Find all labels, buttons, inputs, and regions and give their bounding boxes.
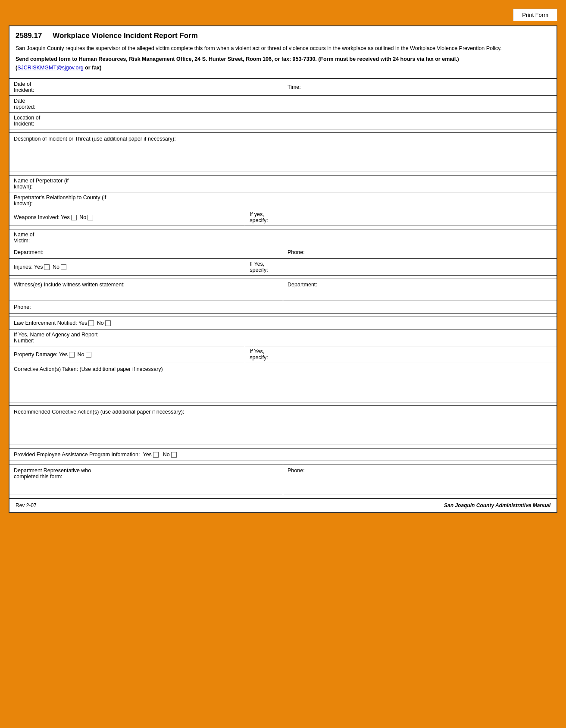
property-damage-no-label: No bbox=[78, 351, 84, 358]
property-no-checkbox[interactable] bbox=[86, 352, 91, 358]
perpetrator-rel-input[interactable] bbox=[107, 198, 552, 204]
witness-dept-label: Department: bbox=[288, 282, 317, 288]
eap-cell: Provided Employee Assistance Program Inf… bbox=[9, 449, 557, 461]
date-reported-input[interactable] bbox=[46, 101, 552, 107]
agency-input[interactable] bbox=[103, 335, 552, 341]
perpetrator-name-input[interactable] bbox=[80, 181, 552, 187]
date-time-row: Date of Incident: Time: bbox=[9, 79, 557, 96]
corrective-action-row: Corrective Action(s) Taken: (Use additio… bbox=[9, 363, 557, 402]
witness-phone-input[interactable] bbox=[31, 304, 552, 310]
property-specify-input[interactable] bbox=[281, 351, 552, 358]
phone-cell: Phone: bbox=[283, 246, 557, 258]
property-yes-checkbox[interactable] bbox=[69, 352, 75, 358]
dept-rep-phone-label: Phone: bbox=[288, 468, 305, 474]
witness-label: Witness(es) Include witness written stat… bbox=[14, 282, 125, 288]
property-damage-row: Property Damage: Yes No If Yes, specify: bbox=[9, 346, 557, 363]
dept-rep-phone-input[interactable] bbox=[305, 468, 552, 474]
time-input[interactable] bbox=[301, 84, 552, 90]
print-form-button[interactable]: Print Form bbox=[513, 9, 557, 21]
date-incident-cell: Date of Incident: bbox=[9, 79, 283, 95]
weapons-specify-cell: If yes, specify: bbox=[245, 209, 557, 226]
location-input[interactable] bbox=[58, 118, 552, 124]
witness-phone-cell: Phone: bbox=[9, 301, 557, 313]
description-row: Description of Incident or Threat (use a… bbox=[9, 133, 557, 172]
weapons-no-label: No bbox=[79, 214, 86, 220]
form-footer: Rev 2-07 San Joaquin County Administrati… bbox=[9, 499, 557, 512]
weapons-yes-checkbox[interactable] bbox=[71, 215, 77, 220]
phone-label: Phone: bbox=[288, 249, 305, 255]
injuries-yes-checkbox[interactable] bbox=[44, 264, 50, 270]
spacer-4 bbox=[9, 276, 557, 279]
victim-name-row: Name of Victim: bbox=[9, 229, 557, 246]
form-header: 2589.17 Workplace Violence Incident Repo… bbox=[9, 26, 557, 78]
spacer-5 bbox=[9, 314, 557, 317]
witness-row: Witness(es) Include witness written stat… bbox=[9, 279, 557, 301]
law-enforcement-cell: Law Enforcement Notified: Yes No bbox=[9, 317, 557, 329]
location-label: Location of Incident: bbox=[14, 115, 58, 127]
injuries-specify-label: If Yes, specify: bbox=[250, 261, 281, 273]
spacer-1 bbox=[9, 129, 557, 133]
property-damage-label: Property Damage: Yes bbox=[14, 351, 68, 358]
property-specify-cell: If Yes, specify: bbox=[245, 346, 557, 363]
weapons-row: Weapons Involved: Yes No If yes, specify… bbox=[9, 209, 557, 226]
date-incident-input[interactable] bbox=[48, 84, 278, 90]
weapons-cell: Weapons Involved: Yes No bbox=[9, 209, 245, 226]
phone-input[interactable] bbox=[305, 249, 552, 255]
perpetrator-rel-cell: Perpetrator's Relationship to County (if… bbox=[9, 192, 557, 209]
eap-label: Provided Employee Assistance Program Inf… bbox=[14, 452, 140, 458]
injuries-cell: Injuries: Yes No bbox=[9, 259, 245, 275]
location-row: Location of Incident: bbox=[9, 113, 557, 129]
time-cell: Time: bbox=[283, 79, 557, 95]
property-damage-cell: Property Damage: Yes No bbox=[9, 346, 245, 363]
eap-yes-label: Yes bbox=[143, 452, 151, 458]
dept-rep-phone-cell: Phone: bbox=[283, 464, 557, 495]
injuries-label: Injuries: Yes bbox=[14, 264, 43, 270]
dept-label: Department: bbox=[14, 249, 44, 255]
intro-bold-text: Send completed form to Human Resources, … bbox=[16, 56, 459, 62]
injuries-specify-input[interactable] bbox=[281, 264, 552, 270]
eap-no-checkbox[interactable] bbox=[171, 452, 177, 458]
date-reported-cell: Date reported: bbox=[9, 96, 557, 112]
email-link[interactable]: SJCRISKMGMT@sjgov.org bbox=[17, 65, 83, 71]
form-title-text: Workplace Violence Incident Report Form bbox=[53, 31, 198, 40]
property-specify-label: If Yes, specify: bbox=[250, 348, 281, 361]
injuries-specify-cell: If Yes, specify: bbox=[245, 259, 557, 275]
spacer-7 bbox=[9, 445, 557, 449]
witness-dept-input[interactable] bbox=[317, 282, 552, 288]
injuries-no-label: No bbox=[53, 264, 59, 270]
witness-cell: Witness(es) Include witness written stat… bbox=[9, 279, 283, 301]
weapons-specify-input[interactable] bbox=[280, 214, 552, 220]
location-cell: Location of Incident: bbox=[9, 113, 557, 129]
victim-name-input[interactable] bbox=[49, 235, 552, 241]
recommended-action-label: Recommended Corrective Action(s) (use ad… bbox=[14, 409, 184, 415]
eap-row: Provided Employee Assistance Program Inf… bbox=[9, 449, 557, 461]
law-enforcement-row: Law Enforcement Notified: Yes No bbox=[9, 317, 557, 329]
perpetrator-name-cell: Name of Perpetrator (if known): bbox=[9, 176, 557, 192]
recommended-action-cell: Recommended Corrective Action(s) (use ad… bbox=[9, 406, 557, 445]
law-enforcement-no-label: No bbox=[97, 320, 104, 326]
form-title: 2589.17 Workplace Violence Incident Repo… bbox=[16, 31, 550, 40]
law-enforcement-no-checkbox[interactable] bbox=[105, 320, 111, 326]
witness-phone-label: Phone: bbox=[14, 304, 31, 310]
manual-label: San Joaquin County Administrative Manual bbox=[444, 502, 550, 508]
perpetrator-rel-label: Perpetrator's Relationship to County (if… bbox=[14, 195, 107, 207]
corrective-action-label: Corrective Action(s) Taken: (Use additio… bbox=[14, 366, 163, 372]
description-label: Description of Incident or Threat (use a… bbox=[14, 136, 176, 142]
injuries-no-checkbox[interactable] bbox=[61, 264, 66, 270]
eap-yes-checkbox[interactable] bbox=[153, 452, 159, 458]
law-enforcement-label: Law Enforcement Notified: Yes bbox=[14, 320, 87, 326]
spacer-2 bbox=[9, 172, 557, 176]
intro-end: or fax) bbox=[84, 65, 102, 71]
victim-name-cell: Name of Victim: bbox=[9, 229, 557, 246]
law-enforcement-yes-checkbox[interactable] bbox=[88, 320, 94, 326]
intro-paragraph1: San Joaquin County requires the supervis… bbox=[16, 44, 550, 53]
dept-rep-cell: Department Representative who completed … bbox=[9, 464, 283, 495]
recommended-action-row: Recommended Corrective Action(s) (use ad… bbox=[9, 406, 557, 445]
eap-no-label: No bbox=[163, 452, 170, 458]
dept-input[interactable] bbox=[44, 249, 278, 255]
dept-rep-input[interactable] bbox=[100, 469, 278, 475]
corrective-action-cell: Corrective Action(s) Taken: (Use additio… bbox=[9, 363, 557, 402]
spacer-6 bbox=[9, 402, 557, 406]
weapons-no-checkbox[interactable] bbox=[88, 215, 93, 220]
perpetrator-name-row: Name of Perpetrator (if known): bbox=[9, 176, 557, 192]
